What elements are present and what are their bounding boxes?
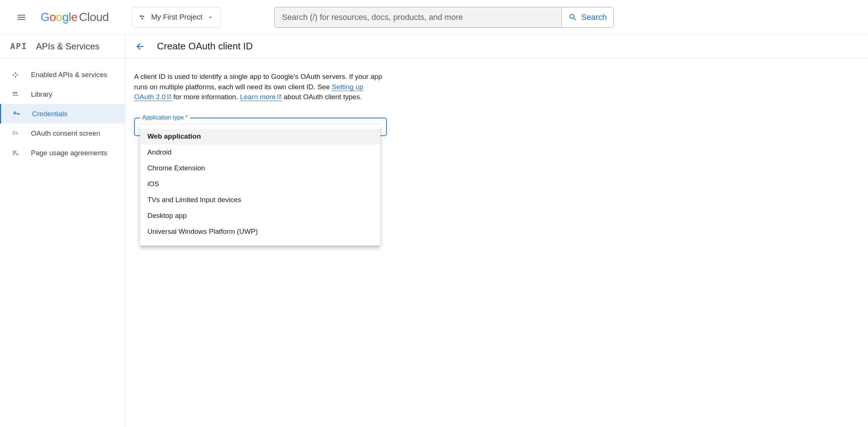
external-link-icon bbox=[277, 92, 282, 102]
svg-rect-16 bbox=[13, 151, 17, 152]
sidebar-item-library[interactable]: Library bbox=[0, 84, 125, 104]
svg-point-13 bbox=[16, 131, 17, 132]
external-link-icon bbox=[167, 92, 172, 102]
svg-rect-18 bbox=[13, 154, 15, 155]
sidebar: API APIs & Services Enabled APIs & servi… bbox=[0, 35, 125, 427]
sidebar-item-page-usage[interactable]: Page usage agreements bbox=[0, 143, 125, 163]
project-scatter-icon bbox=[139, 14, 146, 21]
dropdown-option[interactable]: Universal Windows Platform (UWP) bbox=[140, 224, 380, 240]
svg-point-14 bbox=[13, 133, 14, 134]
project-name: My First Project bbox=[151, 13, 202, 21]
description-text-3: about OAuth client types. bbox=[284, 93, 362, 101]
search-bar: Search bbox=[274, 7, 614, 28]
search-icon bbox=[568, 13, 577, 22]
search-input[interactable] bbox=[274, 7, 561, 27]
logo-cloud-text: Cloud bbox=[79, 10, 109, 24]
google-cloud-logo[interactable]: Google Cloud bbox=[41, 10, 109, 24]
page-description: A client ID is used to identify a single… bbox=[134, 72, 385, 102]
svg-rect-6 bbox=[15, 76, 17, 77]
sidebar-item-label: Enabled APIs & services bbox=[31, 71, 107, 79]
sidebar-item-label: OAuth consent screen bbox=[31, 129, 100, 138]
consent-screen-icon bbox=[11, 129, 20, 138]
dropdown-option[interactable]: Web application bbox=[140, 129, 380, 145]
svg-rect-4 bbox=[13, 74, 15, 76]
top-header: Google Cloud My First Project Search bbox=[0, 0, 868, 35]
application-type-dropdown-menu: Web application Android Chrome Extension… bbox=[140, 125, 380, 246]
sidebar-item-credentials[interactable]: Credentials bbox=[0, 104, 125, 124]
svg-point-11 bbox=[13, 131, 14, 132]
link-learn-more[interactable]: Learn more bbox=[240, 93, 281, 101]
svg-point-1 bbox=[143, 15, 144, 17]
svg-rect-10 bbox=[13, 95, 18, 96]
svg-rect-3 bbox=[15, 72, 17, 74]
diamond-icon bbox=[11, 70, 20, 79]
svg-rect-17 bbox=[13, 152, 17, 153]
dropdown-caret-icon bbox=[207, 14, 213, 20]
project-picker-button[interactable]: My First Project bbox=[132, 7, 221, 28]
dropdown-option[interactable]: Android bbox=[140, 145, 380, 160]
api-section-icon: API bbox=[10, 42, 27, 51]
dropdown-option[interactable]: iOS bbox=[140, 176, 380, 192]
svg-point-12 bbox=[14, 131, 15, 132]
search-button-label: Search bbox=[581, 13, 607, 22]
arrow-left-icon bbox=[135, 41, 145, 52]
key-icon bbox=[12, 110, 21, 118]
sidebar-item-label: Credentials bbox=[32, 110, 67, 118]
page-header: Create OAuth client ID bbox=[125, 35, 868, 58]
sidebar-items: Enabled APIs & services Library Credenti… bbox=[0, 58, 125, 163]
hamburger-icon bbox=[16, 12, 27, 22]
agreements-icon bbox=[11, 149, 20, 157]
svg-point-0 bbox=[140, 15, 142, 17]
page-title: Create OAuth client ID bbox=[157, 41, 253, 52]
svg-rect-7 bbox=[13, 92, 14, 94]
search-button[interactable]: Search bbox=[561, 7, 613, 27]
main-panel: Create OAuth client ID A client ID is us… bbox=[125, 35, 868, 427]
sidebar-item-label: Library bbox=[31, 90, 52, 98]
application-type-field-wrap: Application type * Web application Andro… bbox=[134, 118, 387, 136]
svg-rect-8 bbox=[15, 92, 16, 94]
library-icon bbox=[11, 90, 20, 99]
description-text-2: for more information. bbox=[174, 93, 240, 101]
back-arrow-button[interactable] bbox=[133, 40, 147, 53]
sidebar-item-label: Page usage agreements bbox=[31, 149, 107, 157]
sidebar-header[interactable]: API APIs & Services bbox=[0, 35, 125, 58]
svg-rect-5 bbox=[17, 74, 18, 76]
svg-point-2 bbox=[141, 18, 143, 19]
content-area: API APIs & Services Enabled APIs & servi… bbox=[0, 35, 868, 427]
svg-point-15 bbox=[14, 133, 15, 134]
sidebar-item-oauth-consent[interactable]: OAuth consent screen bbox=[0, 124, 125, 143]
svg-rect-9 bbox=[16, 92, 17, 94]
application-type-label: Application type * bbox=[140, 114, 190, 121]
dropdown-option[interactable]: Chrome Extension bbox=[140, 160, 380, 176]
sidebar-title: APIs & Services bbox=[36, 41, 99, 52]
sidebar-item-enabled-apis[interactable]: Enabled APIs & services bbox=[0, 65, 125, 84]
dropdown-option[interactable]: TVs and Limited Input devices bbox=[140, 192, 380, 208]
dropdown-option[interactable]: Desktop app bbox=[140, 208, 380, 224]
hamburger-menu-button[interactable] bbox=[13, 8, 30, 26]
